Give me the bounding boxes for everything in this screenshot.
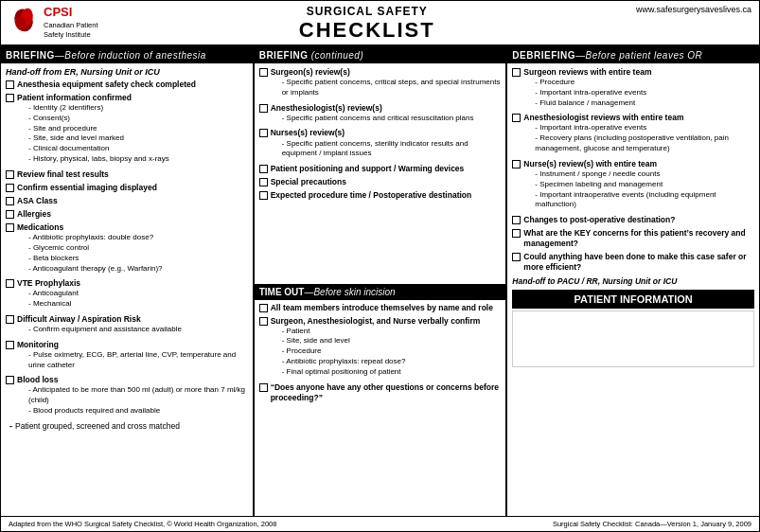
list-item: Could anything have been done to make th… xyxy=(512,252,754,273)
item-text: Could anything have been done to make th… xyxy=(523,252,754,273)
list-item: Surgeon, Anesthesiologist, and Nurse ver… xyxy=(259,316,502,380)
list-item: All team members introduce themselves by… xyxy=(259,303,502,313)
checkbox-icon[interactable] xyxy=(512,68,521,77)
sub-item: Anticoagulant xyxy=(28,289,80,299)
checkbox-icon[interactable] xyxy=(259,383,268,392)
timeout-title: TIME OUT xyxy=(259,287,305,297)
sub-item: Fluid balance / management xyxy=(535,98,651,109)
sub-item: Confirm equipment and assistance availab… xyxy=(28,325,182,335)
item-text: ASA Class xyxy=(17,196,58,206)
title-line1: SURGICAL SAFETY xyxy=(98,5,636,18)
list-item: Review final test results xyxy=(6,169,248,180)
sub-items: Specific patient concerns, critical step… xyxy=(282,78,502,98)
col2-header-title: BRIEFING xyxy=(259,50,309,61)
list-item: “Does anyone have any other questions or… xyxy=(259,382,502,403)
sub-item: Site, side and level xyxy=(282,336,481,346)
list-item: Expected procedure time / Postoperative … xyxy=(259,190,502,201)
patient-info-box: PATIENT INFORMATION xyxy=(512,290,754,309)
list-item: Blood loss Anticipated to be more than 5… xyxy=(6,375,248,417)
checkbox-icon[interactable] xyxy=(259,191,268,200)
list-item: Nurses(s) review(s) Specific patient con… xyxy=(259,128,502,161)
sub-item: Specific patient concerns, critical step… xyxy=(282,78,502,98)
sub-item: Recovery plans (including postoperative … xyxy=(535,133,754,154)
sub-items: Specific patient concerns and critical r… xyxy=(282,114,474,124)
checkbox-icon[interactable] xyxy=(6,197,14,205)
checkbox-icon[interactable] xyxy=(6,279,14,288)
item-text: Anesthesia equipment safety check comple… xyxy=(17,80,196,90)
checkbox-icon[interactable] xyxy=(6,315,14,324)
col2-header-sub: (continued) xyxy=(308,50,363,61)
sub-item: Glycemic control xyxy=(28,243,163,254)
list-item: What are the KEY concerns for this patie… xyxy=(512,228,754,249)
checkbox-icon[interactable] xyxy=(259,68,268,77)
list-item: Special precautions xyxy=(259,177,502,187)
checkbox-icon[interactable] xyxy=(512,229,521,238)
col1-content: Hand-off from ER, Nursing Unit or ICU An… xyxy=(1,63,253,516)
list-item: Patient information confirmed Identity (… xyxy=(6,93,248,167)
sub-item: Anticipated to be more than 500 ml (adul… xyxy=(28,385,248,406)
col3-content: Surgeon reviews with entire team Procedu… xyxy=(507,63,759,516)
item-text: Anesthesiologist reviews with entire tea… xyxy=(523,113,754,123)
list-item: Medications Antibiotic prophylaxis: doub… xyxy=(6,222,248,275)
item-text: Nurses(s) review(s) xyxy=(271,128,502,138)
sub-items: Specific patient concerns, sterility ind… xyxy=(282,139,502,160)
title-area: SURGICAL SAFETY CHECKLIST xyxy=(98,5,636,43)
checkbox-icon[interactable] xyxy=(6,210,14,219)
sub-item: Blood products required and available xyxy=(28,406,248,417)
sub-item: Important intra-operative events xyxy=(535,88,651,98)
sub-items: Anticipated to be more than 500 ml (adul… xyxy=(28,385,248,416)
sub-item: Specimen labeling and management xyxy=(535,180,754,190)
checkbox-icon[interactable] xyxy=(512,216,521,224)
item-text: Special precautions xyxy=(271,177,346,187)
checkbox-icon[interactable] xyxy=(259,178,268,186)
logo-sub2: Safety Institute xyxy=(44,30,98,40)
sub-item: Specific patient concerns and critical r… xyxy=(282,114,474,124)
item-text: Difficult Airway / Aspiration Risk xyxy=(17,314,182,325)
sub-item: Patient xyxy=(282,327,481,337)
sub-items: Antibiotic prophylaxis: double dose? Gly… xyxy=(28,233,163,274)
checkbox-icon[interactable] xyxy=(6,376,14,384)
col-debriefing: DEBRIEFING—Before patient leaves OR Surg… xyxy=(507,47,759,516)
sub-item: Antibiotic prophylaxis: double dose? xyxy=(28,233,163,243)
sub-item: Procedure xyxy=(282,346,481,357)
list-item: VTE Prophylaxis Anticoagulant Mechanical xyxy=(6,278,248,311)
sub-item: Important intraoperative events (includi… xyxy=(535,190,754,211)
list-item: Allergies xyxy=(6,209,248,220)
checkbox-icon[interactable] xyxy=(259,304,268,312)
footer-right: Surgical Safety Checklist: Canada—Versio… xyxy=(553,520,751,528)
checkbox-icon[interactable] xyxy=(6,80,14,89)
item-text: Review final test results xyxy=(17,169,109,180)
checkbox-icon[interactable] xyxy=(259,317,268,326)
checkbox-icon[interactable] xyxy=(512,160,521,168)
sub-item: Mechanical xyxy=(28,299,80,310)
checkbox-icon[interactable] xyxy=(6,94,14,102)
website: www.safesurgerysaveslives.ca xyxy=(636,5,751,14)
item-text: All team members introduce themselves by… xyxy=(271,303,493,313)
title-line2: CHECKLIST xyxy=(98,18,636,43)
col1-header-title: BRIEFING xyxy=(6,50,55,61)
item-text: Surgeon(s) review(s) xyxy=(271,67,502,78)
checkbox-icon[interactable] xyxy=(512,114,521,122)
checkbox-icon[interactable] xyxy=(6,341,14,349)
checkbox-icon[interactable] xyxy=(259,104,268,113)
col3-header-sub: —Before patient leaves OR xyxy=(575,50,702,61)
list-item: - Patient grouped, screened and cross ma… xyxy=(6,421,248,432)
sub-item: Consent(s) xyxy=(28,114,169,124)
page: cpsi Canadian Patient Safety Institute S… xyxy=(0,0,760,532)
sub-item: Clinical documentation xyxy=(28,144,169,154)
checkbox-icon[interactable] xyxy=(6,170,14,179)
item-text: Surgeon, Anesthesiologist, and Nurse ver… xyxy=(271,316,481,327)
checkbox-icon[interactable] xyxy=(6,223,14,232)
item-text: Patient information confirmed xyxy=(17,93,169,103)
checkbox-icon[interactable] xyxy=(6,184,14,192)
col2-content: Surgeon(s) review(s) Specific patient co… xyxy=(255,63,506,281)
col-briefing-continued: BRIEFING (continued) Surgeon(s) review(s… xyxy=(255,47,508,516)
sub-item: Antibiotic prophylaxis: repeat dose? xyxy=(282,357,481,367)
handoff-text: Hand-off to PACU / RR, Nursing Unit or I… xyxy=(512,276,754,286)
checkbox-icon[interactable] xyxy=(259,129,268,137)
list-item: Anesthesiologist(s) review(s) Specific p… xyxy=(259,103,502,126)
checkbox-icon[interactable] xyxy=(259,165,268,173)
checkbox-icon[interactable] xyxy=(512,253,521,261)
cpsi-logo-icon xyxy=(9,7,39,37)
list-item: Confirm essential imaging displayed xyxy=(6,183,248,193)
